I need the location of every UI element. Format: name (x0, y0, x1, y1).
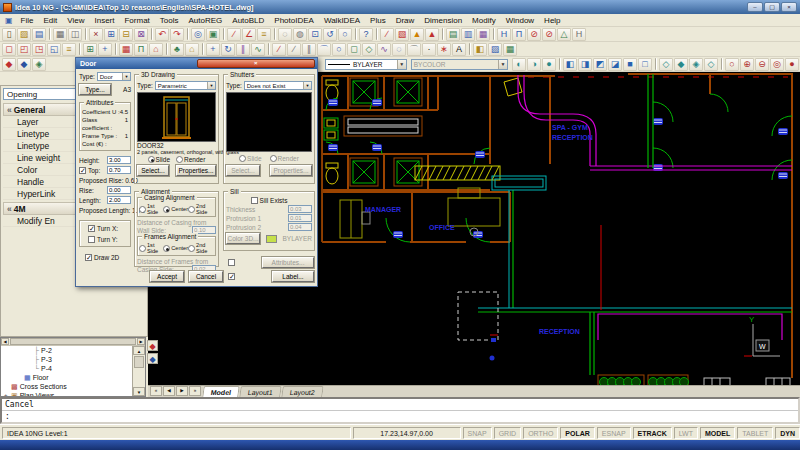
linetype-combo[interactable]: BYLAYER▼ (325, 59, 407, 70)
hatch-tool-icon[interactable]: ▧ (395, 28, 409, 41)
toolbar-separator[interactable] (151, 28, 153, 40)
properties-button[interactable]: Properties... (176, 165, 216, 176)
render-view-icon[interactable]: ◆ (2, 58, 16, 71)
opening-icon[interactable]: ◰ (17, 43, 31, 56)
menu-item-walkidea[interactable]: WalkIDEA (319, 16, 365, 25)
slide-radio[interactable] (148, 156, 155, 163)
minimize-button[interactable]: – (747, 2, 763, 12)
tab-nav-first[interactable]: « (150, 386, 162, 396)
draw-polygon-icon[interactable]: ◇ (362, 43, 376, 56)
toggle-tablet[interactable]: TABLET (737, 427, 773, 439)
redo-icon[interactable]: ↷ (170, 28, 184, 41)
menu-item-tools[interactable]: Tools (155, 16, 184, 25)
match-properties-icon[interactable]: ⊠ (134, 28, 148, 41)
mirror-icon[interactable]: ∥ (236, 43, 250, 56)
menu-item-help[interactable]: Help (539, 16, 565, 25)
chevron-down-icon[interactable]: ▼ (303, 82, 311, 89)
shade-view-icon[interactable]: ◆ (17, 58, 31, 71)
open-icon[interactable]: ▨ (17, 28, 31, 41)
toolbar-separator[interactable] (559, 58, 561, 70)
view-3d-nw-icon[interactable]: ◪ (608, 58, 622, 71)
toggle-polar[interactable]: POLAR (560, 427, 595, 439)
toolbar-separator[interactable] (223, 28, 225, 40)
tab-nav-next[interactable]: ▶ (176, 386, 188, 396)
menu-item-modify[interactable]: Modify (467, 16, 501, 25)
toggle-ortho[interactable]: ORTHO (523, 427, 558, 439)
osnap-icon[interactable]: ◎ (191, 28, 205, 41)
frame-h-icon[interactable]: Η (572, 28, 586, 41)
rise-field[interactable] (107, 186, 131, 194)
furniture-icon[interactable]: ⌂ (185, 43, 199, 56)
menu-item-file[interactable]: File (16, 16, 39, 25)
close-button[interactable]: × (781, 2, 797, 12)
toolbar-separator[interactable] (655, 58, 657, 70)
casing-option[interactable]: Center (163, 206, 188, 213)
scroll-down-icon[interactable]: ▼ (133, 387, 145, 396)
toolbar-separator[interactable] (721, 58, 723, 70)
chevron-down-icon[interactable]: ▼ (122, 73, 130, 80)
save-icon[interactable]: ▤ (32, 28, 46, 41)
toolbar-separator[interactable] (49, 28, 51, 40)
shutters-type-combo[interactable]: Does not Exist▼ (244, 81, 312, 90)
menu-item-dimension[interactable]: Dimension (419, 16, 467, 25)
line-icon[interactable]: ∕ (227, 28, 241, 41)
frames-option[interactable]: Center (163, 245, 188, 252)
calculator-icon[interactable]: ▣ (206, 28, 220, 41)
floating-tool-red-icon[interactable]: ◆ (147, 340, 158, 351)
window-icon[interactable]: ◱ (47, 43, 61, 56)
menu-item-insert[interactable]: Insert (89, 16, 119, 25)
menu-item-photoidea[interactable]: PhotoIDEA (269, 16, 319, 25)
toggle-grid[interactable]: GRID (494, 427, 522, 439)
sill-exists-checkbox[interactable] (251, 197, 258, 204)
chevron-down-icon[interactable]: ▼ (397, 60, 406, 69)
top-checkbox[interactable] (79, 167, 86, 174)
scroll-up-icon[interactable]: ▲ (133, 346, 145, 355)
paint-icon[interactable]: ◧ (473, 43, 487, 56)
tab-layout1[interactable]: Layout1 (239, 386, 281, 397)
height-field[interactable] (107, 156, 131, 164)
layers-icon[interactable]: ▤ (446, 28, 460, 41)
tree-hscrollbar[interactable]: ◀ ▶ (1, 338, 145, 346)
roof-tool-icon[interactable]: ▲ (425, 28, 439, 41)
stairs-icon[interactable]: ≡ (62, 43, 76, 56)
print-icon[interactable]: ▦ (53, 28, 67, 41)
tab-nav-prev[interactable]: ◀ (163, 386, 175, 396)
draw-cloud-icon[interactable]: ⌒ (407, 43, 421, 56)
zoom-window-icon[interactable]: ⊡ (308, 28, 322, 41)
axis-icon[interactable]: + (98, 43, 112, 56)
type-button[interactable]: Type... (79, 84, 111, 95)
menu-item-window[interactable]: Window (501, 16, 539, 25)
menu-item-format[interactable]: Format (119, 16, 154, 25)
layer-manager-icon[interactable]: ▨ (488, 43, 502, 56)
toolbar-separator[interactable] (166, 43, 168, 55)
undo-icon[interactable]: ↶ (155, 28, 169, 41)
tree-item-p4[interactable]: └P-4 (1, 364, 132, 373)
toggle-model[interactable]: MODEL (700, 427, 735, 439)
tree-icon[interactable]: ♣ (170, 43, 184, 56)
warning-icon[interactable]: ▲ (410, 28, 424, 41)
toolbar-separator[interactable] (268, 43, 270, 55)
menu-item-view[interactable]: View (62, 16, 89, 25)
accept-button[interactable]: Accept (150, 271, 184, 282)
photo-view-icon[interactable]: ◈ (32, 58, 46, 71)
pan-icon[interactable]: ◌ (278, 28, 292, 41)
zoom-realtime-icon[interactable]: ◍ (293, 28, 307, 41)
iso-view-2-icon[interactable]: ◆ (674, 58, 688, 71)
label-button[interactable]: Label... (272, 271, 314, 282)
iso-view-3-icon[interactable]: ◈ (689, 58, 703, 71)
frames-option[interactable]: 2nd Side (188, 242, 214, 254)
attributes-checkbox[interactable] (228, 259, 235, 266)
render-radio[interactable] (176, 156, 183, 163)
maximize-button[interactable]: ▢ (764, 2, 780, 12)
toolbar-separator[interactable] (355, 28, 357, 40)
rotate-icon[interactable]: ↻ (221, 43, 235, 56)
column-icon[interactable]: Π (512, 28, 526, 41)
no-entry-icon[interactable]: ⊘ (527, 28, 541, 41)
new-icon[interactable]: ▯ (2, 28, 16, 41)
menu-item-plus[interactable]: Plus (365, 16, 391, 25)
zoom-previous-icon[interactable]: ↺ (323, 28, 337, 41)
shade-full-icon[interactable]: ● (542, 58, 556, 71)
toolbar-separator[interactable] (202, 43, 204, 55)
move-icon[interactable]: + (206, 43, 220, 56)
draw-mline-icon[interactable]: ∥ (302, 43, 316, 56)
